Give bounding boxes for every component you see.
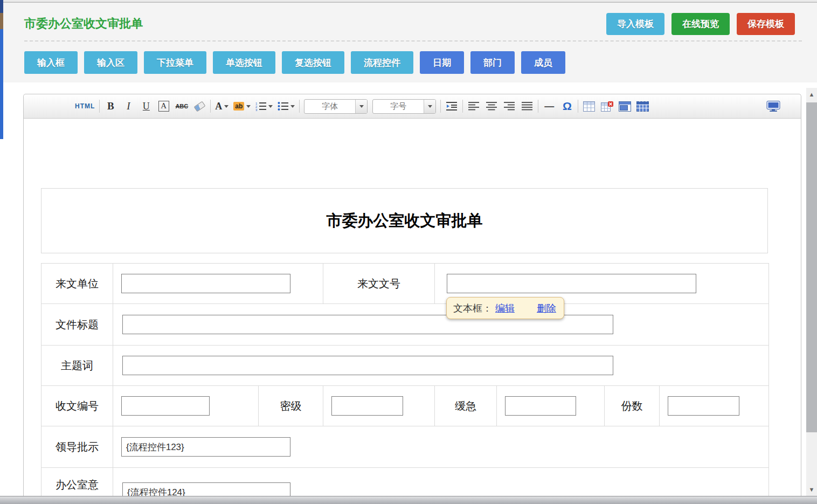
input-fenshu[interactable] bbox=[668, 396, 739, 416]
label-zhutici: 主题词 bbox=[41, 346, 113, 386]
member-button[interactable]: 成员 bbox=[521, 51, 565, 74]
dropdown-menu-button[interactable]: 下拉菜单 bbox=[144, 51, 206, 74]
input-lingdao-pishi[interactable] bbox=[121, 437, 290, 457]
toolbar-separator bbox=[538, 100, 538, 113]
header-divider bbox=[24, 40, 802, 42]
table-row: 主题词 bbox=[41, 346, 769, 386]
font-size-select[interactable]: 字号 bbox=[372, 99, 436, 114]
label-miji: 密级 bbox=[259, 386, 323, 426]
tooltip-label: 文本框： bbox=[453, 302, 492, 315]
field-widget-buttons: 输入框 输入区 下拉菜单 单选按钮 复选按钮 流程控件 日期 部门 成员 bbox=[24, 51, 565, 74]
input-box-button[interactable]: 输入框 bbox=[24, 51, 78, 74]
table-cell-merge-button[interactable] bbox=[618, 99, 631, 114]
editor-document[interactable]: 市委办公室收文审批单 来文单位 来文文号 文件标题 主题词 收文 bbox=[24, 119, 801, 504]
toolbar-separator bbox=[99, 100, 100, 113]
special-char-button[interactable]: Ω bbox=[560, 99, 573, 114]
form-table: 来文单位 来文文号 文件标题 主题词 收文编号 密级 缓急 份数 bbox=[41, 263, 769, 504]
font-color-icon: A bbox=[215, 101, 222, 112]
font-family-dropdown[interactable] bbox=[355, 100, 367, 113]
table-row: 领导批示 bbox=[41, 426, 769, 468]
chevron-down-icon bbox=[224, 105, 229, 108]
delete-widget-link[interactable]: 删除 bbox=[537, 302, 556, 315]
table-properties-button[interactable] bbox=[636, 99, 649, 114]
date-button[interactable]: 日期 bbox=[420, 51, 464, 74]
flow-control-button[interactable]: 流程控件 bbox=[351, 51, 413, 74]
input-miji[interactable] bbox=[331, 396, 403, 416]
radio-button-button[interactable]: 单选按钮 bbox=[213, 51, 275, 74]
align-justify-button[interactable] bbox=[521, 99, 534, 114]
form-title-box: 市委办公室收文审批单 bbox=[41, 188, 768, 253]
italic-button[interactable]: I bbox=[122, 99, 135, 114]
save-template-button[interactable]: 保存模板 bbox=[737, 13, 795, 35]
underline-button[interactable]: U bbox=[140, 99, 153, 114]
insert-table-button[interactable] bbox=[583, 99, 596, 114]
page-header: 市委办公室收文审批单 导入模板 在线预览 保存模板 输入框 输入区 下拉菜单 单… bbox=[3, 3, 817, 82]
eraser-icon bbox=[193, 101, 205, 112]
checkbox-button[interactable]: 复选按钮 bbox=[282, 51, 344, 74]
source-code-button[interactable]: HTML bbox=[75, 99, 95, 114]
remove-format-button[interactable] bbox=[193, 99, 206, 114]
toolbar-separator bbox=[578, 100, 578, 113]
table-row: 收文编号 密级 缓急 份数 bbox=[41, 386, 769, 426]
strikethrough-button[interactable]: ABC bbox=[175, 99, 188, 114]
input-huanji[interactable] bbox=[505, 396, 576, 416]
font-family-value: 字体 bbox=[304, 101, 355, 112]
edit-widget-link[interactable]: 编辑 bbox=[495, 302, 515, 315]
align-right-button[interactable] bbox=[503, 99, 516, 114]
align-justify-icon bbox=[522, 101, 532, 111]
chevron-down-icon bbox=[359, 105, 364, 108]
svg-text:3: 3 bbox=[255, 108, 258, 111]
chevron-down-icon bbox=[290, 105, 295, 108]
vertical-scrollbar[interactable]: ▲ ▼ bbox=[806, 88, 817, 496]
bold-button[interactable]: B bbox=[104, 99, 117, 114]
font-family-select[interactable]: 字体 bbox=[304, 99, 368, 114]
scroll-down-arrow[interactable]: ▼ bbox=[806, 485, 817, 494]
fullscreen-button[interactable] bbox=[766, 99, 780, 114]
table-row: 来文单位 来文文号 bbox=[41, 264, 769, 304]
input-shouwen-bianhao[interactable] bbox=[121, 396, 210, 416]
online-preview-button[interactable]: 在线预览 bbox=[671, 13, 730, 35]
border-text-button[interactable]: A bbox=[157, 99, 170, 114]
input-laiwen-danwei[interactable] bbox=[121, 274, 290, 293]
label-huanji: 缓急 bbox=[435, 386, 497, 426]
input-zhutici[interactable] bbox=[122, 356, 613, 375]
form-title: 市委办公室收文审批单 bbox=[327, 210, 483, 232]
align-center-button[interactable] bbox=[485, 99, 498, 114]
font-color-button[interactable]: A bbox=[215, 99, 229, 114]
scroll-up-arrow[interactable]: ▲ bbox=[806, 90, 817, 99]
department-button[interactable]: 部门 bbox=[470, 51, 515, 74]
left-edge-segment bbox=[0, 13, 3, 29]
font-size-dropdown[interactable] bbox=[424, 100, 435, 113]
horizontal-rule-button[interactable]: — bbox=[543, 99, 556, 114]
left-edge-segment bbox=[0, 29, 3, 139]
highlight-color-button[interactable]: ab bbox=[233, 99, 251, 114]
textarea-button[interactable]: 输入区 bbox=[84, 51, 137, 74]
label-lingdao-pishi: 领导批示 bbox=[41, 426, 113, 468]
unordered-list-button[interactable] bbox=[278, 99, 295, 114]
label-fenshu: 份数 bbox=[605, 386, 660, 426]
align-left-button[interactable] bbox=[467, 99, 480, 114]
import-template-button[interactable]: 导入模板 bbox=[606, 13, 664, 35]
template-actions: 导入模板 在线预览 保存模板 bbox=[606, 13, 795, 35]
indent-icon bbox=[446, 101, 457, 111]
indent-button[interactable] bbox=[445, 99, 458, 114]
toolbar-separator bbox=[440, 100, 441, 113]
left-edge-segment bbox=[0, 0, 3, 13]
toolbar-separator bbox=[462, 100, 463, 113]
label-shouwen-bianhao: 收文编号 bbox=[41, 386, 113, 426]
toolbar-separator bbox=[299, 100, 300, 113]
table-grid-icon bbox=[636, 101, 649, 112]
boxed-a-icon: A bbox=[158, 101, 169, 112]
monitor-icon bbox=[766, 101, 780, 112]
scrollbar-thumb[interactable] bbox=[806, 102, 817, 432]
delete-table-icon bbox=[601, 101, 613, 112]
input-laiwen-wenhao[interactable] bbox=[447, 274, 696, 293]
chevron-down-icon bbox=[268, 105, 273, 108]
highlight-icon: ab bbox=[233, 102, 244, 111]
page-title: 市委办公室收文审批单 bbox=[24, 16, 143, 32]
font-size-value: 字号 bbox=[373, 101, 424, 112]
window-left-edge bbox=[0, 0, 3, 139]
delete-table-button[interactable] bbox=[600, 99, 613, 114]
ordered-list-button[interactable]: 1 2 3 bbox=[255, 99, 273, 114]
window-top-edge bbox=[0, 0, 817, 3]
